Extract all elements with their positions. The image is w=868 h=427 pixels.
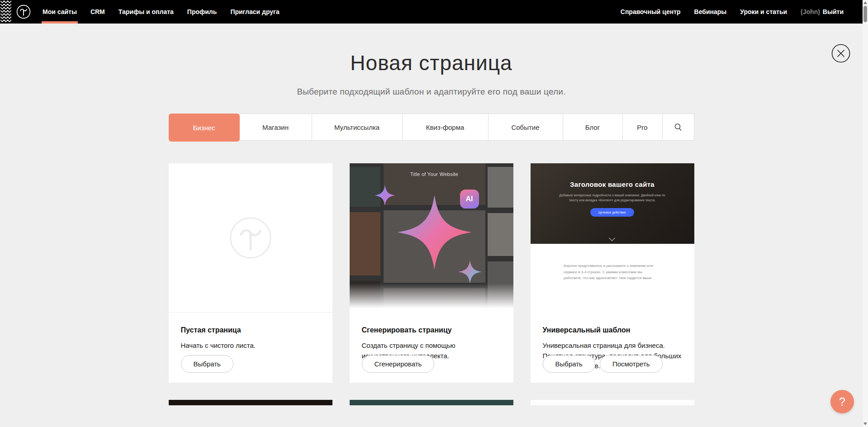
scrollbar-thumb[interactable] xyxy=(863,6,867,22)
zigzag-edge-decoration xyxy=(0,0,12,24)
scroll-down-arrow-icon[interactable] xyxy=(863,422,867,425)
nav-item-profile[interactable]: Профиль xyxy=(187,0,217,24)
card-title: Универсальный шаблон xyxy=(543,326,682,334)
sparkle-star-small-icon xyxy=(458,259,482,285)
nav-item-crm[interactable]: CRM xyxy=(90,0,105,24)
tab-multilink[interactable]: Мультиссылка xyxy=(312,114,403,140)
tab-store[interactable]: Магазин xyxy=(240,114,312,140)
generate-page-button[interactable]: Сгенерировать xyxy=(362,355,435,373)
card-body: Сгенерировать страницу Создать страницу … xyxy=(350,313,513,383)
card-title: Сгенерировать страницу xyxy=(362,326,501,334)
preview-hero-title: Заголовок вашего сайта xyxy=(570,180,655,188)
card-description: Начать с чистого листа. xyxy=(181,341,320,351)
logout-link[interactable]: Выйти xyxy=(823,8,844,15)
collage-tile xyxy=(488,167,513,208)
main-content: Новая страница Выберите подходящий шабло… xyxy=(0,24,863,405)
collage-site-title: Title of Your Website xyxy=(384,171,485,177)
user-name: (John) xyxy=(801,8,820,15)
preview-body-text: Коротко представьтесь и расскажите о ком… xyxy=(564,263,661,281)
template-card-partial[interactable] xyxy=(350,400,513,405)
nav-item-tariffs[interactable]: Тарифы и оплата xyxy=(119,0,174,24)
top-navigation: Мои сайты CRM Тарифы и оплата Профиль Пр… xyxy=(0,0,863,24)
ai-preview-collage: Title of Your Website xyxy=(350,163,513,313)
tab-search[interactable] xyxy=(663,114,694,140)
choose-universal-button[interactable]: Выбрать xyxy=(543,355,595,373)
card-body: Пустая страница Начать с чистого листа. … xyxy=(169,313,332,383)
nav-left-menu: Мои сайты CRM Тарифы и оплата Профиль Пр… xyxy=(43,0,293,24)
collage-tile xyxy=(488,213,513,256)
help-button[interactable]: ? xyxy=(830,390,854,413)
view-universal-button[interactable]: Посмотреть xyxy=(600,355,663,373)
chevron-down-icon xyxy=(608,235,615,241)
preview-fade xyxy=(350,284,513,313)
tab-event[interactable]: Событие xyxy=(489,114,563,140)
template-category-tabs: Бизнес Магазин Мультиссылка Квиз-форма С… xyxy=(169,114,694,141)
scroll-up-arrow-icon[interactable] xyxy=(863,1,867,4)
tab-quiz-form[interactable]: Квиз-форма xyxy=(403,114,489,140)
nav-item-invite-friend[interactable]: Пригласи друга xyxy=(230,0,279,24)
tab-business[interactable]: Бизнес xyxy=(169,114,240,142)
template-card-partial[interactable] xyxy=(169,400,332,405)
question-mark-icon: ? xyxy=(839,395,845,408)
preview-hero-section: Заголовок вашего сайта Добавьте интересн… xyxy=(531,163,694,244)
nav-item-lessons[interactable]: Уроки и статьи xyxy=(740,8,787,15)
template-card-universal: Заголовок вашего сайта Добавьте интересн… xyxy=(531,163,694,383)
nav-item-help-center[interactable]: Справочный центр xyxy=(621,8,681,15)
ai-badge: AI xyxy=(460,190,479,209)
tab-blog[interactable]: Блог xyxy=(563,114,623,140)
page-title: Новая страница xyxy=(0,51,863,75)
blank-page-preview xyxy=(169,163,332,313)
preview-cta-button: Целевое действие xyxy=(590,208,634,217)
tab-pro[interactable]: Pro xyxy=(623,114,663,140)
tilda-watermark-icon xyxy=(229,216,272,260)
nav-item-my-sites[interactable]: Мои сайты xyxy=(43,0,77,24)
card-title: Пустая страница xyxy=(181,326,320,334)
template-card-partial[interactable] xyxy=(531,400,694,405)
card-body: Универсальный шаблон Универсальная стран… xyxy=(531,313,694,383)
choose-blank-page-button[interactable]: Выбрать xyxy=(181,355,233,373)
template-card-ai-generate: Title of Your Website xyxy=(350,163,513,383)
nav-item-webinars[interactable]: Вебинары xyxy=(694,8,727,15)
page-subtitle: Выберите подходящий шаблон и адаптируйте… xyxy=(0,87,863,97)
next-cards-row-partial xyxy=(169,400,694,405)
template-card-blank-page: Пустая страница Начать с чистого листа. … xyxy=(169,163,332,383)
universal-template-preview: Заголовок вашего сайта Добавьте интересн… xyxy=(531,163,694,313)
user-block: (John) Выйти xyxy=(801,8,844,15)
vertical-scrollbar[interactable] xyxy=(863,0,868,427)
collage-tile xyxy=(350,212,380,275)
nav-right-menu: Справочный центр Вебинары Уроки и статьи… xyxy=(621,8,844,15)
search-icon xyxy=(674,123,682,131)
template-cards-row: Пустая страница Начать с чистого листа. … xyxy=(169,163,694,383)
preview-hero-subtitle: Добавьте интересные подробности о вашей … xyxy=(556,193,669,203)
sparkle-star-small-icon xyxy=(375,184,395,207)
tilda-logo[interactable] xyxy=(16,5,31,19)
